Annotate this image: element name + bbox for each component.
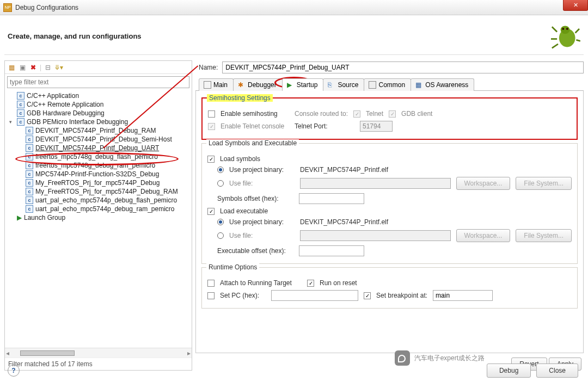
exec-offset-input[interactable] — [299, 245, 364, 256]
set-breakpoint-checkbox[interactable]: ✓ — [364, 292, 371, 299]
delete-icon[interactable]: ✖ — [29, 63, 38, 72]
dialog-footer: Debug Close — [487, 363, 578, 378]
breakpoint-input[interactable] — [433, 290, 493, 301]
telnet-port-input — [360, 121, 393, 132]
enable-semihosting-label: Enable semihosting — [220, 110, 289, 118]
tree-item[interactable]: cC/C++ Remote Application — [5, 100, 192, 109]
symbols-file-radio[interactable] — [217, 180, 224, 187]
tree-child[interactable]: cuart_pal_echo_mpc5744p_debug_ram_pemicr… — [5, 205, 192, 213]
new-config-icon[interactable]: ▦ — [7, 63, 16, 72]
tab-debugger[interactable]: ✱Debugger — [233, 78, 283, 91]
set-pc-input[interactable] — [271, 290, 358, 301]
close-window-button[interactable]: ✕ — [563, 0, 588, 11]
tree-child[interactable]: cMy_FreeRTOS_Prj_for_mpc5744P_Debug — [5, 178, 192, 187]
symbols-file-input — [300, 178, 451, 189]
config-tree[interactable]: cC/C++ Application cC/C++ Remote Applica… — [5, 90, 192, 348]
console-routed-label: Console routed to: — [295, 110, 348, 118]
svg-point-8 — [566, 28, 568, 30]
watermark: 汽车电子expert成长之路 — [395, 350, 485, 366]
tree-item[interactable]: cGDB Hardware Debugging — [5, 109, 192, 118]
filter-box — [7, 76, 189, 88]
telnet-port-label: Telnet Port: — [295, 122, 354, 130]
exec-filesystem-button[interactable]: File System... — [516, 229, 572, 242]
wechat-icon — [395, 350, 410, 366]
tree-child[interactable]: cfreertos_mpc5748g_debug_flash_pemicro — [5, 152, 192, 161]
tab-source[interactable]: ⎘Source — [323, 78, 364, 91]
name-input[interactable] — [222, 61, 584, 73]
filter-icon[interactable]: ⤋▾ — [54, 63, 63, 72]
right-panel: Name: Main ✱Debugger ▶Startup ⎘Source Co… — [195, 60, 584, 371]
tree-child[interactable]: cMPC5744P-Printf-Function-S32DS_Debug — [5, 170, 192, 178]
symbols-offset-input[interactable] — [299, 193, 364, 204]
filter-status: Filter matched 15 of 17 items — [5, 358, 192, 370]
tree-hscroll[interactable]: ◂▸ — [5, 348, 192, 358]
tree-item[interactable]: cC/C++ Application — [5, 91, 192, 100]
svg-point-7 — [562, 28, 564, 30]
attach-checkbox[interactable] — [207, 280, 215, 287]
help-icon[interactable]: ? — [8, 365, 20, 377]
symbols-workspace-button[interactable]: Workspace... — [456, 177, 511, 190]
exec-file-input — [300, 230, 451, 241]
runtime-group: Runtime Options Attach to Running Target… — [201, 267, 578, 309]
exec-file-radio[interactable] — [217, 232, 224, 239]
gdb-client-label: GDB client — [401, 110, 432, 118]
load-symbols-checkbox[interactable]: ✓ — [207, 156, 215, 163]
symbols-proj-value: DEVKIT_MPC5744P_Printf.elf — [300, 166, 388, 174]
telnet-checkbox: ✓ — [353, 110, 360, 118]
enable-semihosting-checkbox[interactable] — [208, 110, 215, 118]
tab-startup[interactable]: ▶Startup — [282, 78, 324, 91]
tree-item[interactable]: ▾cGDB PEMicro Interface Debugging — [5, 118, 192, 126]
svg-line-5 — [575, 29, 579, 33]
tree-child[interactable]: cuart_pal_echo_mpc5744p_debug_flash_pemi… — [5, 196, 192, 205]
window-title: Debug Configurations — [15, 4, 78, 11]
load-exec-checkbox[interactable]: ✓ — [207, 208, 215, 215]
exec-proj-radio[interactable] — [217, 219, 224, 225]
tab-panel: Semihosting Settings Enable semihosting … — [195, 91, 584, 353]
exec-proj-value: DEVKIT_MPC5744P_Printf.elf — [300, 218, 388, 226]
semihosting-legend: Semihosting Settings — [207, 94, 273, 102]
left-panel: ▦ ▣ ✖ | ⊟ ⤋▾ cC/C++ Application cC/C++ R… — [4, 60, 192, 371]
tab-main[interactable]: Main — [199, 78, 234, 91]
duplicate-icon[interactable]: ▣ — [18, 63, 27, 72]
tree-child-selected[interactable]: cDEVKIT_MPC5744P_Printf_Debug_UART — [5, 144, 192, 152]
tree-toolbar: ▦ ▣ ✖ | ⊟ ⤋▾ — [5, 61, 192, 74]
svg-line-6 — [576, 40, 580, 41]
tab-common[interactable]: Common — [364, 78, 411, 91]
symbols-proj-radio[interactable] — [217, 167, 224, 173]
svg-line-4 — [552, 44, 558, 48]
load-legend: Load Symbols and Executable — [206, 139, 299, 147]
telnet-label: Telnet — [366, 110, 383, 118]
tree-child[interactable]: cfreertos_mpc5748g_debug_ram_pemicro — [5, 161, 192, 170]
tab-os-awareness[interactable]: ▦OS Awareness — [411, 78, 474, 91]
window-titlebar: NP Debug Configurations ✕ — [0, 0, 588, 15]
symbols-filesystem-button[interactable]: File System... — [516, 177, 572, 190]
name-label: Name: — [199, 64, 218, 71]
enable-telnet-label: Enable Telnet console — [220, 122, 289, 130]
gdb-client-checkbox: ✓ — [389, 110, 396, 118]
svg-line-2 — [552, 27, 557, 32]
app-icon: NP — [3, 3, 12, 12]
semihosting-group: Semihosting Settings Enable semihosting … — [201, 97, 578, 140]
runtime-legend: Runtime Options — [206, 263, 259, 271]
close-button[interactable]: Close — [536, 363, 578, 378]
tree-item-launch-group[interactable]: ▶Launch Group — [5, 213, 192, 222]
svg-point-1 — [561, 26, 570, 34]
tab-bar: Main ✱Debugger ▶Startup ⎘Source Common ▦… — [195, 78, 584, 91]
load-group: Load Symbols and Executable ✓Load symbol… — [201, 143, 578, 264]
set-pc-checkbox[interactable] — [207, 292, 215, 299]
dialog-header: Create, manage, and run configurations — [0, 15, 588, 54]
debug-bug-icon — [550, 22, 580, 50]
collapse-icon[interactable]: ⊟ — [44, 63, 52, 72]
filter-input[interactable] — [7, 76, 189, 88]
tree-child[interactable]: cDEVKIT_MPC5744P_Printf_Debug_RAM — [5, 126, 192, 135]
tree-child[interactable]: cMy_FreeRTOS_Prj_for_mpc5744P_Debug_RAM — [5, 187, 192, 196]
enable-telnet-checkbox: ✓ — [208, 123, 215, 130]
dialog-title: Create, manage, and run configurations — [8, 32, 142, 40]
run-on-reset-checkbox[interactable]: ✓ — [307, 280, 314, 287]
tree-child[interactable]: cDEVKIT_MPC5744P_Printf_Debug_Semi-Host — [5, 135, 192, 144]
debug-button[interactable]: Debug — [487, 363, 531, 378]
exec-workspace-button[interactable]: Workspace... — [456, 229, 511, 242]
